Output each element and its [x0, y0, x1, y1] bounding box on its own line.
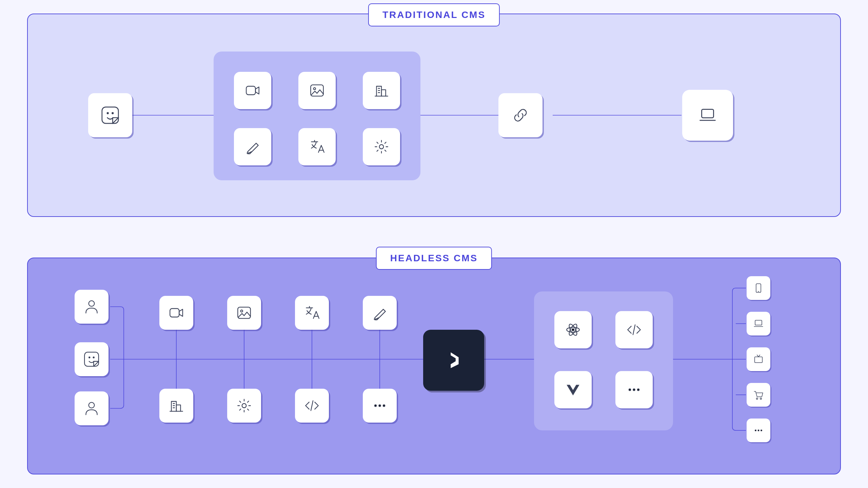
laptop-icon — [697, 105, 718, 125]
headless-user-tile — [75, 342, 108, 376]
tv-icon — [753, 353, 764, 365]
pen-icon — [244, 138, 261, 155]
pen-icon — [371, 304, 388, 321]
traditional-output-tile — [682, 90, 733, 141]
content-tile — [234, 72, 271, 109]
output-tile — [747, 347, 770, 371]
headless-user-tile — [75, 391, 108, 425]
laptop-icon — [753, 318, 764, 329]
content-tile — [227, 296, 261, 330]
traditional-link-tile — [498, 93, 542, 137]
output-tile — [747, 312, 770, 336]
smartphone-icon — [753, 282, 764, 294]
content-tile — [295, 389, 329, 423]
sticker-smile-icon — [83, 351, 100, 368]
more-icon — [626, 381, 643, 398]
react-icon — [565, 321, 581, 338]
video-icon — [168, 304, 185, 321]
link-icon — [511, 105, 530, 125]
content-tile — [159, 389, 193, 423]
sticker-smile-icon — [100, 105, 120, 125]
frameworks-panel — [534, 291, 673, 430]
translate-icon — [303, 304, 320, 321]
content-tile — [363, 296, 397, 330]
code-icon — [303, 397, 320, 414]
vue-icon — [565, 381, 581, 398]
content-tile — [234, 128, 271, 165]
directus-hub-tile — [423, 330, 484, 391]
framework-tile — [554, 311, 592, 348]
output-tile — [747, 383, 770, 407]
user-icon — [83, 298, 100, 315]
content-tile — [227, 389, 261, 423]
output-tile — [747, 276, 770, 300]
gear-icon — [373, 138, 390, 155]
gear-icon — [236, 397, 253, 414]
framework-tile — [615, 311, 653, 348]
content-tile — [159, 296, 193, 330]
image-icon — [236, 304, 253, 321]
more-icon — [371, 397, 388, 414]
code-icon — [626, 321, 643, 338]
content-tile — [363, 128, 400, 165]
building-icon — [373, 82, 390, 99]
traditional-user-tile — [88, 93, 132, 137]
framework-tile — [554, 371, 592, 408]
video-icon — [244, 82, 261, 99]
image-icon — [309, 82, 326, 99]
content-tile — [295, 296, 329, 330]
output-tile — [747, 419, 770, 442]
directus-logo-icon — [442, 348, 466, 372]
content-tile — [298, 72, 336, 109]
building-icon — [168, 397, 185, 414]
content-tile — [298, 128, 336, 165]
cart-icon — [753, 389, 764, 401]
content-tile — [363, 72, 400, 109]
framework-tile — [615, 371, 653, 408]
headless-user-tile — [75, 290, 108, 324]
more-icon — [753, 425, 764, 436]
content-tile — [363, 389, 397, 423]
user-icon — [83, 400, 100, 417]
translate-icon — [309, 138, 326, 155]
